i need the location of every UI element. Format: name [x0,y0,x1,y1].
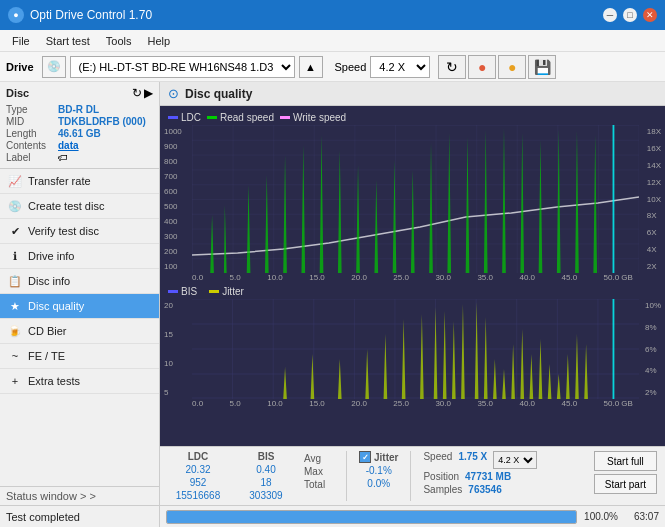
start-part-button[interactable]: Start part [594,474,657,494]
sidebar-item-drive-info[interactable]: ℹ Drive info [0,244,159,269]
position-label: Position [423,471,459,482]
contents-label: Contents [6,140,58,151]
disc-refresh-icon[interactable]: ↻ [132,86,142,100]
write-legend: Write speed [280,112,346,123]
chart1-x-labels: 0.0 5.0 10.0 15.0 20.0 25.0 30.0 35.0 40… [164,273,661,282]
sidebar-item-disc-quality[interactable]: ★ Disc quality [0,294,159,319]
divider1 [346,451,347,501]
speed-label-stat: Speed [423,451,452,469]
disc-mid-row: MID TDKBLDRFB (000) [6,116,153,127]
jitter-label: Jitter [222,286,244,297]
menu-file[interactable]: File [4,33,38,49]
ldc-max: 952 [168,477,228,488]
sidebar: Disc ↻ ▶ Type BD-R DL MID TDKBLDRFB (000… [0,82,160,527]
bis-max: 18 [236,477,296,488]
write-label: Write speed [293,112,346,123]
extra-tests-label: Extra tests [28,375,80,387]
sidebar-item-cd-bier[interactable]: 🍺 CD Bier [0,319,159,344]
disc-info-label: Disc info [28,275,70,287]
chart2-legend: BIS Jitter [164,284,661,299]
progress-bar-container [166,510,577,524]
cd-bier-icon: 🍺 [8,324,22,338]
disc-info-icon[interactable]: ▶ [144,86,153,100]
verify-disc-label: Verify test disc [28,225,99,237]
stats-bar: LDC 20.32 952 15516668 BIS 0.40 18 30330… [160,446,665,505]
speed-dropdown[interactable]: 4.2 X [493,451,537,469]
sidebar-item-create-test-disc[interactable]: 💿 Create test disc [0,194,159,219]
cd-bier-label: CD Bier [28,325,67,337]
jitter-header-row: ✓ Jitter [359,451,398,463]
disc-header: Disc ↻ ▶ [6,86,153,100]
speed-row: Speed 1.75 X 4.2 X [423,451,537,469]
color-button1[interactable]: ● [468,55,496,79]
start-full-button[interactable]: Start full [594,451,657,471]
save-button[interactable]: 💾 [528,55,556,79]
titlebar: ● Opti Drive Control 1.70 ─ □ ✕ [0,0,665,30]
length-label: Length [6,128,58,139]
bis-legend: BIS [168,286,197,297]
action-buttons: Start full Start part [594,451,657,494]
sidebar-item-disc-info[interactable]: 📋 Disc info [0,269,159,294]
chart2-area: 20 15 10 5 10% 8% 6% 4% 2% [164,299,661,399]
eject-button[interactable]: ▲ [299,56,323,78]
disc-label-row: Label 🏷 [6,152,153,163]
jitter-avg: -0.1% [359,465,398,476]
transfer-rate-label: Transfer rate [28,175,91,187]
disc-panel: Disc ↻ ▶ Type BD-R DL MID TDKBLDRFB (000… [0,82,159,169]
samples-val: 763546 [468,484,501,495]
max-label: Max [304,466,334,477]
minimize-button[interactable]: ─ [603,8,617,22]
chart2-y-labels: 20 15 10 5 [164,299,173,399]
chart2-svg [192,299,639,399]
transfer-rate-icon: 📈 [8,174,22,188]
read-dot [207,116,217,119]
jitter-legend: Jitter [209,286,244,297]
row-labels: Avg Max Total [304,451,334,490]
avg-label: Avg [304,453,334,464]
divider2 [410,451,411,501]
menu-help[interactable]: Help [139,33,178,49]
quality-icon: ⊙ [168,86,179,101]
bis-header: BIS [236,451,296,462]
chart1-svg [192,125,639,273]
ldc-label: LDC [181,112,201,123]
disc-title: Disc [6,87,29,99]
speed-stats: Speed 1.75 X 4.2 X Position 47731 MB Sam… [423,451,537,495]
jitter-checkbox[interactable]: ✓ [359,451,371,463]
menu-tools[interactable]: Tools [98,33,140,49]
bottom-bar: Test completed [0,505,159,527]
maximize-button[interactable]: □ [623,8,637,22]
content-area: ⊙ Disc quality LDC Read speed Write spee… [160,82,665,527]
bis-total: 303309 [236,490,296,501]
refresh-button[interactable]: ↻ [438,55,466,79]
disc-quality-label: Disc quality [28,300,84,312]
main-layout: Disc ↻ ▶ Type BD-R DL MID TDKBLDRFB (000… [0,82,665,527]
bis-label: BIS [181,286,197,297]
drive-select[interactable]: (E:) HL-DT-ST BD-RE WH16NS48 1.D3 [70,56,295,78]
sidebar-item-fe-te[interactable]: ~ FE / TE [0,344,159,369]
close-button[interactable]: ✕ [643,8,657,22]
read-label: Read speed [220,112,274,123]
fe-te-label: FE / TE [28,350,65,362]
bis-dot [168,290,178,293]
quality-header: ⊙ Disc quality [160,82,665,106]
menu-start-test[interactable]: Start test [38,33,98,49]
verify-disc-icon: ✔ [8,224,22,238]
ldc-avg: 20.32 [168,464,228,475]
nav-items: 📈 Transfer rate 💿 Create test disc ✔ Ver… [0,169,159,486]
progress-bar-fill [167,511,576,523]
type-value: BD-R DL [58,104,99,115]
chart2-y-right: 10% 8% 6% 4% 2% [645,299,661,399]
ldc-legend: LDC [168,112,201,123]
sidebar-item-transfer-rate[interactable]: 📈 Transfer rate [0,169,159,194]
status-window[interactable]: Status window > > [0,486,159,505]
drive-info-label: Drive info [28,250,74,262]
mid-label: MID [6,116,58,127]
contents-value[interactable]: data [58,140,79,151]
sidebar-item-extra-tests[interactable]: + Extra tests [0,369,159,394]
color-button2[interactable]: ● [498,55,526,79]
speed-select[interactable]: 4.2 X [370,56,430,78]
position-val: 47731 MB [465,471,511,482]
sidebar-item-verify-test-disc[interactable]: ✔ Verify test disc [0,219,159,244]
chart2-x-labels: 0.0 5.0 10.0 15.0 20.0 25.0 30.0 35.0 40… [164,399,661,408]
